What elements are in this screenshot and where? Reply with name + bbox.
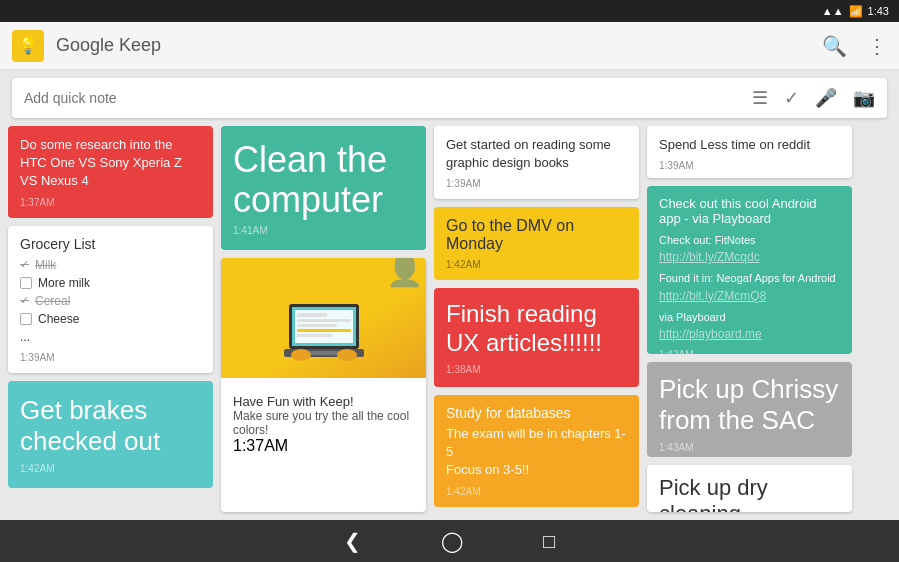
note-htc-text: Do some research into the HTC One VS Son… bbox=[20, 136, 201, 191]
svg-rect-6 bbox=[297, 329, 351, 332]
status-bar: ▲▲ 📶 1:43 bbox=[0, 0, 899, 22]
note-graphic-design-time: 1:39AM bbox=[446, 178, 627, 189]
svg-rect-3 bbox=[297, 313, 327, 317]
note-finish-reading-text: Finish reading UX articles!!!!!! bbox=[446, 300, 627, 358]
note-study-body: The exam will be in chapters 1-5 Focus o… bbox=[446, 425, 627, 480]
checkbox-more-milk[interactable] bbox=[20, 277, 32, 289]
link-playboard[interactable]: http://playboard.me bbox=[659, 325, 840, 343]
checkmark-icon: ✓ bbox=[20, 258, 29, 271]
note-study-title: Study for databases bbox=[446, 405, 627, 421]
status-icons: ▲▲ 📶 1:43 bbox=[822, 5, 889, 18]
search-actions: ☰ ✓ 🎤 📷 bbox=[752, 87, 875, 109]
back-button[interactable]: ❮ bbox=[344, 529, 361, 553]
search-input[interactable] bbox=[24, 90, 752, 106]
note-clean[interactable]: Clean the computer 1:41AM bbox=[221, 126, 426, 250]
note-study-time: 1:42AM bbox=[446, 486, 627, 497]
note-htc[interactable]: Do some research into the HTC One VS Son… bbox=[8, 126, 213, 218]
notes-column-4: Spend Less time on reddit 1:39AM Check o… bbox=[647, 126, 852, 512]
note-android-title: Check out this cool Android app - via Pl… bbox=[659, 196, 840, 226]
grocery-item-cereal: ✓ Cereal bbox=[20, 292, 201, 310]
grocery-item-milk: ✓ Milk bbox=[20, 256, 201, 274]
checkmark-icon-2: ✓ bbox=[20, 294, 29, 307]
link-neogaf[interactable]: http://bit.ly/ZMcmQ8 bbox=[659, 287, 840, 305]
note-dry-cleaning-text: Pick up dry cleaning bbox=[659, 475, 840, 512]
grocery-item-more: ... bbox=[20, 328, 201, 346]
svg-rect-7 bbox=[297, 334, 332, 337]
wifi-icon: ▲▲ bbox=[822, 5, 844, 17]
time-display: 1:43 bbox=[868, 5, 889, 17]
note-grocery-title: Grocery List bbox=[20, 236, 201, 252]
notes-column-1: Do some research into the HTC One VS Son… bbox=[8, 126, 213, 512]
note-clean-time: 1:41AM bbox=[233, 225, 414, 236]
recent-button[interactable]: □ bbox=[543, 530, 555, 553]
note-fun-body: Make sure you try the all the cool color… bbox=[233, 409, 414, 437]
list-icon[interactable]: ☰ bbox=[752, 87, 768, 109]
note-fun-time: 1:37AM bbox=[233, 437, 414, 455]
bottom-nav: ❮ ◯ □ bbox=[0, 520, 899, 562]
note-fun[interactable]: 👤 Have Fun with Keep! Make sure you try … bbox=[221, 258, 426, 512]
link-fitnotes[interactable]: http://bit.ly/ZMcqdc bbox=[659, 248, 840, 266]
notes-container: Do some research into the HTC One VS Son… bbox=[0, 126, 899, 520]
note-brakes-text: Get brakes checked out bbox=[20, 395, 201, 457]
note-chrissy-text: Pick up Chrissy from the SAC bbox=[659, 374, 840, 436]
note-graphic-design-text: Get started on reading some graphic desi… bbox=[446, 136, 627, 172]
note-brakes-time: 1:42AM bbox=[20, 463, 201, 474]
search-icon[interactable]: 🔍 bbox=[822, 34, 847, 58]
note-fun-image: 👤 bbox=[221, 258, 426, 378]
note-dry-cleaning[interactable]: Pick up dry cleaning bbox=[647, 465, 852, 512]
note-dmv-text: Go to the DMV on Monday bbox=[446, 217, 627, 253]
more-icon[interactable]: ⋮ bbox=[867, 34, 887, 58]
search-bar[interactable]: ☰ ✓ 🎤 📷 bbox=[12, 78, 887, 118]
note-chrissy[interactable]: Pick up Chrissy from the SAC 1:43AM bbox=[647, 362, 852, 457]
app-bar: 💡 Google Keep 🔍 ⋮ bbox=[0, 22, 899, 70]
note-android-time: 1:42AM bbox=[659, 349, 840, 353]
note-reddit[interactable]: Spend Less time on reddit 1:39AM bbox=[647, 126, 852, 178]
mic-icon[interactable]: 🎤 bbox=[815, 87, 837, 109]
notes-column-3: Get started on reading some graphic desi… bbox=[434, 126, 639, 512]
note-brakes[interactable]: Get brakes checked out 1:42AM bbox=[8, 381, 213, 488]
svg-rect-9 bbox=[309, 351, 339, 355]
laptop-svg bbox=[279, 299, 369, 364]
app-logo: 💡 bbox=[12, 30, 44, 62]
note-grocery-time: 1:39AM bbox=[20, 352, 201, 363]
note-dmv[interactable]: Go to the DMV on Monday 1:42AM bbox=[434, 207, 639, 280]
note-graphic-design[interactable]: Get started on reading some graphic desi… bbox=[434, 126, 639, 199]
app-bar-icons: 🔍 ⋮ bbox=[822, 34, 887, 58]
note-finish-reading[interactable]: Finish reading UX articles!!!!!! 1:38AM bbox=[434, 288, 639, 387]
svg-point-10 bbox=[291, 349, 311, 361]
note-htc-time: 1:37AM bbox=[20, 197, 201, 208]
svg-rect-4 bbox=[297, 319, 351, 322]
note-android-body: Check out: FitNotes http://bit.ly/ZMcqdc… bbox=[659, 232, 840, 344]
note-fun-title: Have Fun with Keep! bbox=[233, 394, 414, 409]
camera-icon[interactable]: 📷 bbox=[853, 87, 875, 109]
keep-logo-icon: 💡 bbox=[18, 36, 38, 55]
note-study[interactable]: Study for databases The exam will be in … bbox=[434, 395, 639, 507]
note-finish-reading-time: 1:38AM bbox=[446, 364, 627, 375]
grocery-item-more-milk: More milk bbox=[20, 274, 201, 292]
signal-icon: 📶 bbox=[849, 5, 863, 18]
note-clean-text: Clean the computer bbox=[233, 140, 414, 219]
note-chrissy-time: 1:43AM bbox=[659, 442, 840, 453]
checkbox-cheese[interactable] bbox=[20, 313, 32, 325]
note-reddit-time: 1:39AM bbox=[659, 160, 840, 171]
note-reddit-text: Spend Less time on reddit bbox=[659, 136, 840, 154]
check-icon[interactable]: ✓ bbox=[784, 87, 799, 109]
home-button[interactable]: ◯ bbox=[441, 529, 463, 553]
grocery-item-cheese: Cheese bbox=[20, 310, 201, 328]
note-android-app[interactable]: Check out this cool Android app - via Pl… bbox=[647, 186, 852, 354]
svg-point-11 bbox=[337, 349, 357, 361]
notes-column-2: Clean the computer 1:41AM bbox=[221, 126, 426, 512]
app-title: Google Keep bbox=[56, 35, 810, 56]
note-dmv-time: 1:42AM bbox=[446, 259, 627, 270]
svg-rect-5 bbox=[297, 324, 337, 327]
note-grocery[interactable]: Grocery List ✓ Milk More milk ✓ Cereal C… bbox=[8, 226, 213, 373]
